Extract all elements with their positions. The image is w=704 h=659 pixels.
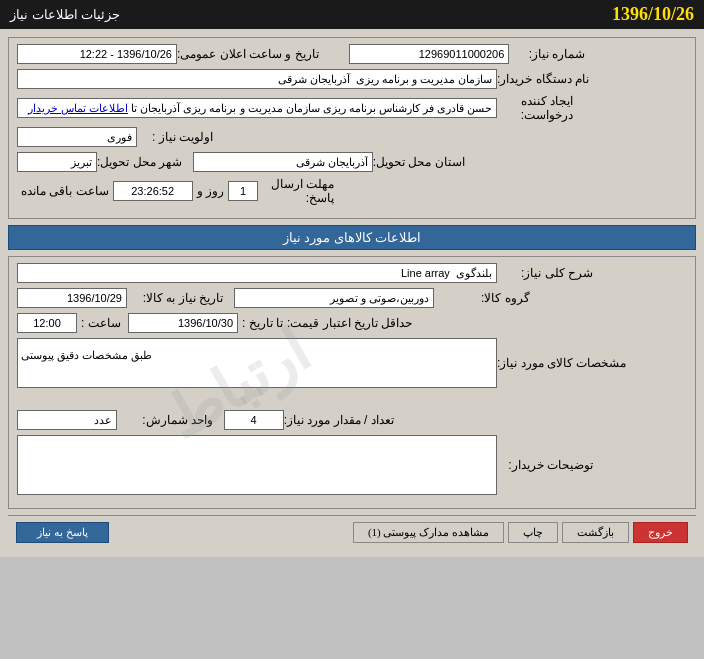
row-avaloiat: اولویت نیاز :: [17, 127, 687, 147]
moshakhasat-value: طبق مشخصات دقیق پیوستی: [17, 347, 156, 364]
sharh-label: شرح کلی نیاز:: [497, 266, 597, 280]
row-goroh: گروه کالا: تاریخ نیاز به کالا:: [17, 288, 687, 308]
shahr-input[interactable]: [17, 152, 97, 172]
row-mohlat: مهلت ارسالپاسخ: روز و ساعت باقی مانده: [17, 177, 687, 205]
saat-remaining-label: ساعت باقی مانده: [17, 184, 113, 198]
shomare-input[interactable]: [349, 44, 509, 64]
section-header: اطلاعات کالاهای مورد نیاز: [8, 225, 696, 250]
top-title: جزئیات اطلاعات نیاز: [10, 7, 120, 22]
ijad-link[interactable]: اطلاعات تماس خریدار: [28, 102, 128, 115]
tarikh-input[interactable]: [17, 44, 177, 64]
view-docs-button[interactable]: مشاهده مدارک پیوستی (1): [353, 522, 504, 543]
roz-input[interactable]: [228, 181, 258, 201]
avaloiat-input[interactable]: [17, 127, 137, 147]
ta-label: تا تاریخ :: [238, 316, 287, 330]
row-tedad: تعداد / مقدار مورد نیاز: واحد شمارش:: [17, 410, 687, 430]
reply-button[interactable]: پاسخ به نیاز: [16, 522, 109, 543]
saat2-label: ساعت :: [77, 316, 125, 330]
tozihat-textarea[interactable]: [17, 435, 497, 495]
row-hadaghal: حداقل تاریخ اعتبار قیمت: تا تاریخ : ساعت…: [17, 313, 687, 333]
ta-input[interactable]: [128, 313, 238, 333]
exit-button[interactable]: خروج: [633, 522, 688, 543]
saat2-input[interactable]: [17, 313, 77, 333]
hadaghal-label: حداقل تاریخ اعتبار قیمت:: [287, 316, 416, 330]
sharh-input[interactable]: [17, 263, 497, 283]
vahed-label: واحد شمارش:: [117, 413, 217, 427]
shahr-label: شهر محل تحویل:: [97, 155, 186, 169]
tedad-input[interactable]: [224, 410, 284, 430]
button-bar: خروج بازگشت چاپ مشاهده مدارک پیوستی (1) …: [8, 515, 696, 549]
row-namdastgah: نام دستگاه خریدار:: [17, 69, 687, 89]
ijad-label: ایجاد کنندهدرخواست:: [497, 94, 577, 122]
bottom-form-section: شرح کلی نیاز: گروه کالا: تاریخ نیاز به ک…: [8, 256, 696, 509]
ijad-value: حسن قادری فر کارشناس برنامه ریزی سازمان …: [131, 102, 492, 115]
ostan-label: استان محل تحویل:: [373, 155, 469, 169]
saat-time-input[interactable]: [113, 181, 193, 201]
goroh-label: گروه کالا:: [434, 291, 534, 305]
avaloiat-label: اولویت نیاز :: [137, 130, 217, 144]
mohlat-label: مهلت ارسالپاسخ:: [258, 177, 338, 205]
top-date: 1396/10/26: [612, 4, 694, 25]
namdastgah-label: نام دستگاه خریدار:: [497, 72, 593, 86]
roz-label: روز و: [193, 184, 228, 198]
tedad-label: تعداد / مقدار مورد نیاز:: [284, 413, 398, 427]
goroh-input[interactable]: [234, 288, 434, 308]
tarikhniaz-input[interactable]: [17, 288, 127, 308]
namdastgah-input[interactable]: [17, 69, 497, 89]
vahed-input[interactable]: [17, 410, 117, 430]
row-ostan: استان محل تحویل: شهر محل تحویل:: [17, 152, 687, 172]
row-sharh: شرح کلی نیاز:: [17, 263, 687, 283]
tarikhniaz-label: تاریخ نیاز به کالا:: [127, 291, 227, 305]
top-form-section: شماره نیاز: تاریخ و ساعت اعلان عمومی: نا…: [8, 37, 696, 219]
row-shomare: شماره نیاز: تاریخ و ساعت اعلان عمومی:: [17, 44, 687, 64]
tozihat-label: توضیحات خریدار:: [497, 458, 597, 472]
back-button[interactable]: بازگشت: [562, 522, 629, 543]
ostan-input[interactable]: [193, 152, 373, 172]
tarikh-label: تاریخ و ساعت اعلان عمومی:: [177, 47, 323, 61]
shomare-label: شماره نیاز:: [509, 47, 589, 61]
row-ijad: ایجاد کنندهدرخواست: حسن قادری فر کارشناس…: [17, 94, 687, 122]
print-button[interactable]: چاپ: [508, 522, 558, 543]
row-tozihat: توضیحات خریدار:: [17, 435, 687, 495]
moshakhasat-label: مشخصات کالای مورد نیاز:: [497, 356, 630, 370]
